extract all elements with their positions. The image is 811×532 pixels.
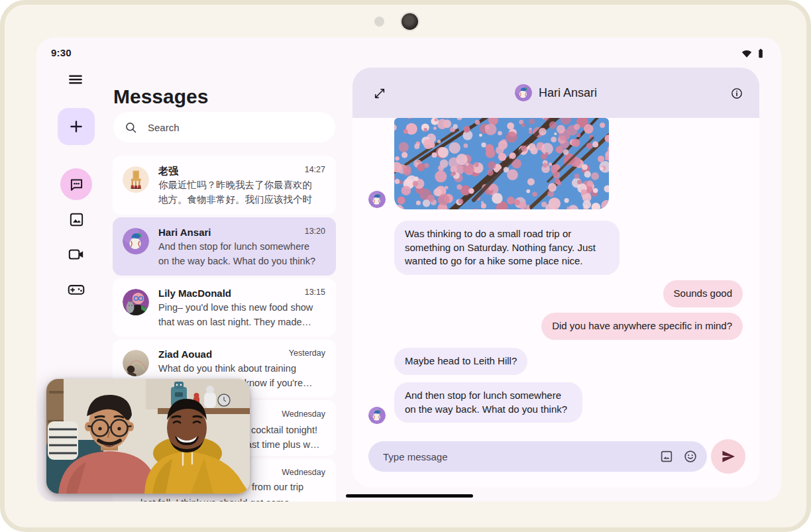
conversation-time: 14:27 bbox=[305, 165, 325, 174]
message-image-cherry-blossoms[interactable] bbox=[394, 118, 609, 209]
plus-icon bbox=[68, 118, 85, 135]
conversation-preview-fragment: cocktail tonight! bbox=[251, 423, 317, 438]
light-sensor-dot bbox=[374, 17, 384, 27]
conversation-preview: Ping– you'd love this new food show that… bbox=[158, 301, 321, 329]
conversation-time: 13:15 bbox=[305, 288, 325, 297]
conversation-preview: And then stop for lunch somewhere on the… bbox=[158, 240, 321, 268]
compose-bar[interactable] bbox=[368, 441, 707, 472]
chat-bubble-icon bbox=[68, 176, 85, 193]
chat-contact-name: Hari Ansari bbox=[539, 86, 597, 100]
search-input[interactable] bbox=[146, 121, 295, 134]
incoming-message[interactable]: Maybe head to Leith Hill? bbox=[394, 348, 527, 375]
rail-item-chats[interactable] bbox=[60, 168, 92, 200]
conversation-time: Yesterday bbox=[289, 348, 325, 358]
outgoing-message[interactable]: Sounds good bbox=[663, 280, 743, 307]
conversation-name: Lily MacDonald bbox=[158, 286, 325, 300]
page-title: Messages bbox=[113, 85, 208, 108]
avatar bbox=[123, 228, 149, 254]
conversation-time: Wednesday bbox=[282, 468, 325, 477]
conversation-laoqiang[interactable]: 老强 14:27 你最近忙吗？昨晚我去了你最喜欢的地方。食物非常好。我们应该找个… bbox=[113, 156, 336, 215]
conversation-preview-fragment: ast time plus w… bbox=[246, 438, 319, 452]
chat-pane: Hari Ansari Was thinking to do a small r… bbox=[352, 68, 759, 488]
video-camera-icon bbox=[68, 246, 85, 263]
conversation-preview-fragment: from our trip bbox=[252, 480, 303, 495]
avatar bbox=[368, 191, 386, 208]
attach-image-icon[interactable] bbox=[659, 449, 674, 464]
battery-icon bbox=[755, 48, 767, 60]
wifi-icon bbox=[741, 48, 753, 60]
status-icons bbox=[741, 48, 767, 60]
front-camera bbox=[402, 13, 418, 30]
conversation-preview: 你最近忙吗？昨晚我去了你最喜欢的地方。食物非常好。我们应该找个时间… bbox=[158, 178, 321, 207]
avatar bbox=[123, 350, 149, 376]
info-icon[interactable] bbox=[730, 87, 743, 100]
conversation-lily-macdonald[interactable]: Lily MacDonald 13:15 Ping– you'd love th… bbox=[113, 278, 336, 337]
search-icon bbox=[124, 121, 138, 134]
avatar bbox=[123, 166, 149, 193]
cherry-blossom-photo bbox=[394, 118, 609, 209]
avatar bbox=[515, 84, 532, 101]
rail-item-gallery[interactable] bbox=[60, 203, 92, 235]
gesture-navigation-bar[interactable] bbox=[346, 494, 473, 498]
gamepad-icon bbox=[68, 281, 85, 298]
incoming-message[interactable]: Was thinking to do a small road trip or … bbox=[394, 221, 620, 275]
conversation-name: Hari Ansari bbox=[158, 225, 325, 239]
chat-header: Hari Ansari bbox=[352, 68, 759, 118]
message-input[interactable] bbox=[382, 451, 650, 463]
outgoing-message[interactable]: Did you have anywhere specific in mind? bbox=[541, 313, 743, 340]
chat-contact[interactable]: Hari Ansari bbox=[352, 68, 759, 118]
send-button[interactable] bbox=[711, 439, 745, 474]
rail-item-games[interactable] bbox=[60, 274, 92, 305]
new-conversation-fab[interactable] bbox=[58, 108, 95, 145]
conversation-time: 13:20 bbox=[305, 227, 325, 236]
avatar bbox=[368, 407, 386, 424]
hamburger-menu-icon[interactable] bbox=[67, 71, 84, 88]
video-call-selfie-two-men bbox=[46, 379, 250, 494]
conversation-hari-ansari[interactable]: Hari Ansari 13:20 And then stop for lunc… bbox=[113, 217, 336, 276]
rail-item-video[interactable] bbox=[60, 239, 92, 270]
tablet-device: 9:30 Messages 老强 bbox=[0, 0, 811, 532]
pip-video-call-overlay[interactable] bbox=[46, 379, 250, 494]
conversation-name: 老强 bbox=[158, 164, 325, 178]
emoji-icon[interactable] bbox=[683, 449, 698, 464]
photo-icon bbox=[68, 211, 85, 228]
status-time: 9:30 bbox=[51, 47, 72, 58]
conversation-preview-fragment: last fall. I think we should get some… bbox=[140, 496, 299, 502]
search-bar[interactable] bbox=[113, 112, 335, 142]
conversation-time: Wednesday bbox=[282, 409, 325, 419]
screen: 9:30 Messages 老强 bbox=[36, 38, 781, 502]
incoming-message[interactable]: And then stop for lunch somewhere on the… bbox=[394, 382, 582, 423]
avatar bbox=[123, 289, 149, 315]
send-icon bbox=[720, 449, 736, 464]
